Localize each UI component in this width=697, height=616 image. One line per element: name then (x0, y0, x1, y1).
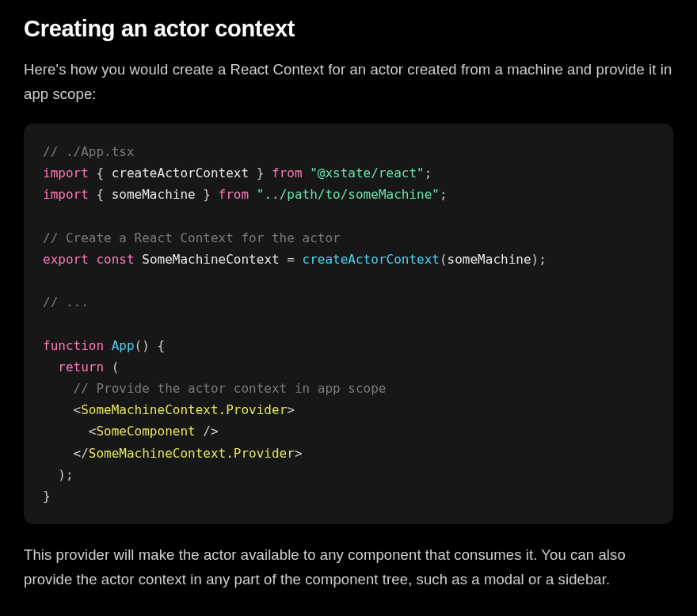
outro-paragraph: This provider will make the actor availa… (24, 543, 673, 591)
code-punct: ; (66, 467, 74, 482)
code-paren: ) (58, 467, 66, 482)
code-punct: ; (425, 165, 432, 181)
code-paren: ( (112, 359, 120, 375)
code-keyword: const (96, 252, 134, 267)
code-paren: ( (135, 338, 143, 353)
code-indent (43, 381, 74, 396)
code-keyword: from (272, 165, 303, 181)
code-tag-punct: < (89, 424, 97, 439)
code-ident: createActorContext (112, 165, 249, 181)
code-keyword: from (219, 187, 249, 202)
code-tag-punct: > (287, 402, 295, 417)
code-punct: } (196, 187, 219, 202)
code-keyword: function (43, 338, 104, 353)
code-comment: // Create a React Context for the actor (43, 230, 341, 245)
section-heading: Creating an actor context (24, 16, 673, 42)
code-tag-punct: > (295, 446, 303, 461)
code-func: createActorContext (303, 252, 440, 267)
code-tag-punct: < (74, 402, 82, 417)
code-space (135, 252, 143, 267)
intro-paragraph: Here's how you would create a React Cont… (24, 58, 673, 106)
code-space (150, 338, 158, 353)
code-space (196, 424, 204, 439)
code-comment: // ... (43, 295, 89, 310)
code-keyword: return (58, 359, 104, 375)
code-space (104, 359, 112, 375)
code-keyword: import (43, 187, 89, 202)
code-punct: ; (539, 252, 547, 267)
code-punct: } (249, 165, 272, 181)
code-space (249, 187, 257, 202)
code-block: // ./App.tsx import { createActorContext… (24, 124, 673, 524)
code-paren: ) (531, 252, 539, 267)
code-indent (43, 446, 74, 461)
code-ident: SomeMachineContext (142, 252, 279, 267)
code-comment: // ./App.tsx (43, 144, 135, 159)
code-indent (43, 467, 58, 482)
code-space (303, 165, 310, 181)
code-ident: someMachine (112, 187, 196, 202)
code-tag-name: SomeComponent (96, 424, 195, 439)
code-punct: { (89, 187, 112, 202)
code-string: "../path/to/someMachine" (257, 187, 440, 202)
code-indent (43, 424, 89, 439)
code-tag-punct: /> (203, 424, 218, 439)
code-keyword: export (43, 252, 89, 267)
code-paren: ( (440, 252, 448, 267)
code-tag-name: SomeMachineContext.Provider (89, 446, 295, 461)
code-indent (43, 359, 58, 375)
code-space (104, 338, 112, 353)
code-comment: // Provide the actor context in app scop… (74, 381, 387, 396)
code-tag-name: SomeMachineContext.Provider (81, 402, 287, 417)
code-punct: = (280, 252, 303, 267)
code-func: App (112, 338, 135, 353)
code-string: "@xstate/react" (310, 165, 425, 181)
code-ident: someMachine (448, 252, 531, 267)
code-punct: } (43, 489, 51, 504)
code-punct: ; (440, 187, 448, 202)
code-tag-punct: </ (74, 446, 89, 461)
code-space (89, 252, 97, 267)
code-indent (43, 402, 74, 417)
code-punct: { (89, 165, 112, 181)
code-paren: ) (142, 338, 150, 353)
code-punct: { (158, 338, 166, 353)
code-keyword: import (43, 165, 89, 181)
